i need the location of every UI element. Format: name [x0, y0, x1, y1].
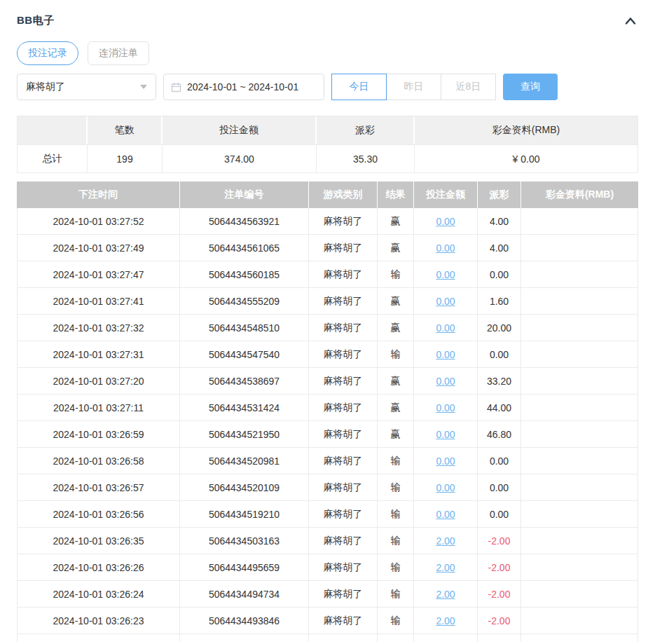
bet-time-cell: 2024-10-01 03:26:26: [18, 554, 180, 581]
game-type-cell: 麻将胡了: [309, 501, 378, 528]
payout-cell: -2.00: [478, 581, 521, 608]
quick-today-button[interactable]: 今日: [331, 74, 387, 100]
bet-amount-link[interactable]: 0.00: [436, 296, 455, 307]
game-type-cell: 麻将胡了: [309, 448, 378, 474]
bet-amount-link[interactable]: 0.00: [436, 482, 455, 493]
result-cell: 赢: [378, 315, 414, 341]
result-cell: 赢: [378, 235, 414, 261]
bet-amount-link[interactable]: 0.00: [436, 349, 455, 360]
jackpot-cell: [521, 501, 637, 528]
summary-header-empty: [18, 116, 88, 144]
bet-amount-link[interactable]: 2.00: [436, 615, 455, 626]
tab-bet-records[interactable]: 投注记录: [17, 41, 78, 65]
quick-last8days-button[interactable]: 近8日: [441, 74, 496, 100]
jackpot-cell: [521, 208, 637, 235]
bet-amount-link[interactable]: 0.00: [436, 322, 455, 334]
quick-date-buttons: 今日 昨日 近8日: [331, 74, 496, 100]
payout-cell: [478, 634, 521, 642]
result-cell: 输: [378, 528, 414, 554]
summary-total-row: 总计 199 374.00 35.30 ¥ 0.00: [18, 144, 637, 172]
filter-bar: 麻将胡了 2024-10-01 ~ 2024-10-01 今日 昨日 近8日 查…: [17, 74, 638, 100]
payout-cell: 0.00: [478, 341, 521, 368]
result-cell: 赢: [378, 368, 414, 395]
bet-amount-link[interactable]: 0.00: [436, 269, 455, 280]
bet-time-cell: 2024-10-01 03:27:52: [18, 208, 180, 235]
bet-amount-link[interactable]: 0.00: [436, 455, 455, 467]
collapse-panel-button[interactable]: [623, 15, 638, 27]
bet-amount-link[interactable]: 2.00: [436, 535, 455, 547]
header-result: 结果: [378, 181, 414, 208]
bet-amount-link[interactable]: 0.00: [436, 402, 455, 413]
bet-amount-cell: 0.00: [414, 235, 478, 261]
payout-cell: 46.80: [478, 421, 521, 448]
bet-amount-cell: 0.00: [414, 315, 478, 341]
payout-cell: 0.00: [478, 474, 521, 501]
order-number-cell: 5064434521950: [180, 421, 309, 448]
game-select[interactable]: 麻将胡了: [17, 74, 156, 100]
bet-time-cell: 2024-10-01 03:27:49: [18, 235, 180, 261]
payout-cell: -2.00: [478, 528, 521, 554]
bet-amount-cell: 0.00: [414, 341, 478, 368]
summary-header-payout: 派彩: [317, 116, 415, 144]
bet-amount-link[interactable]: 0.00: [436, 376, 455, 387]
game-type-cell: 麻将胡了: [309, 341, 378, 368]
bet-time-cell: 2024-10-01 03:26:57: [18, 474, 180, 501]
jackpot-cell: [521, 368, 637, 395]
result-cell: 赢: [378, 288, 414, 315]
bet-amount-link[interactable]: 0.00: [436, 216, 455, 227]
bet-amount-link[interactable]: 0.00: [436, 242, 455, 254]
bet-time-cell: 2024-10-01 03:27:47: [18, 261, 180, 288]
order-number-cell: 5064434503163: [180, 528, 309, 554]
order-number-cell: 5064434519210: [180, 501, 309, 528]
game-type-cell: 麻将胡了: [309, 395, 378, 421]
game-type-cell: 麻将胡了: [309, 235, 378, 261]
bet-amount-cell: 0.00: [414, 501, 478, 528]
table-row: 2024-10-01 03:26:245064434494734麻将胡了输2.0…: [18, 581, 637, 608]
jackpot-cell: [521, 421, 637, 448]
order-number-cell: 5064434495659: [180, 554, 309, 581]
header-order-number: 注单编号: [180, 181, 309, 208]
bet-time-cell: [18, 634, 180, 642]
jackpot-cell: [521, 261, 637, 288]
bet-amount-cell: 2.00: [414, 554, 478, 581]
order-number-cell: 5064434555209: [180, 288, 309, 315]
game-type-cell: 麻将胡了: [309, 608, 378, 634]
order-number-cell: 5064434494734: [180, 581, 309, 608]
table-row: 2024-10-01 03:26:575064434520109麻将胡了输0.0…: [18, 474, 637, 501]
bet-amount-cell: 0.00: [414, 261, 478, 288]
payout-cell: 44.00: [478, 395, 521, 421]
date-range-input[interactable]: 2024-10-01 ~ 2024-10-01: [163, 74, 324, 100]
tab-cancelled-orders[interactable]: 连消注单: [88, 41, 149, 65]
records-table-header: 下注时间 注单编号 游戏类别 结果 投注金额 派彩 彩金资料(RMB): [17, 181, 638, 208]
bet-amount-link[interactable]: 2.00: [436, 562, 455, 573]
bet-amount-cell: 0.00: [414, 208, 478, 235]
table-row-partial: [18, 634, 637, 642]
summary-total-jackpot: ¥ 0.00: [415, 144, 637, 172]
search-button[interactable]: 查询: [503, 74, 558, 100]
quick-yesterday-button[interactable]: 昨日: [386, 74, 441, 100]
bet-amount-cell: 0.00: [414, 474, 478, 501]
header-bet-time: 下注时间: [17, 181, 180, 208]
payout-cell: -2.00: [478, 608, 521, 634]
payout-cell: 20.00: [478, 315, 521, 341]
jackpot-cell: [521, 235, 637, 261]
game-type-cell: 麻将胡了: [309, 208, 378, 235]
header-game-type: 游戏类别: [309, 181, 378, 208]
payout-cell: 0.00: [478, 448, 521, 474]
result-cell: 输: [378, 474, 414, 501]
payout-cell: 4.00: [478, 208, 521, 235]
jackpot-cell: [521, 288, 637, 315]
jackpot-cell: [521, 554, 637, 581]
order-number-cell: 5064434538697: [180, 368, 309, 395]
game-select-value: 麻将胡了: [26, 81, 65, 93]
payout-cell: -2.00: [478, 554, 521, 581]
summary-header-bet-amount: 投注金额: [163, 116, 317, 144]
result-cell: 赢: [378, 208, 414, 235]
jackpot-cell: [521, 341, 637, 368]
table-row: 2024-10-01 03:26:355064434503163麻将胡了输2.0…: [18, 528, 637, 554]
order-number-cell: 5064434548510: [180, 315, 309, 341]
bet-amount-link[interactable]: 2.00: [436, 589, 455, 600]
table-row: 2024-10-01 03:26:595064434521950麻将胡了赢0.0…: [18, 421, 637, 448]
bet-amount-link[interactable]: 0.00: [436, 429, 455, 440]
bet-amount-link[interactable]: 0.00: [436, 509, 455, 520]
